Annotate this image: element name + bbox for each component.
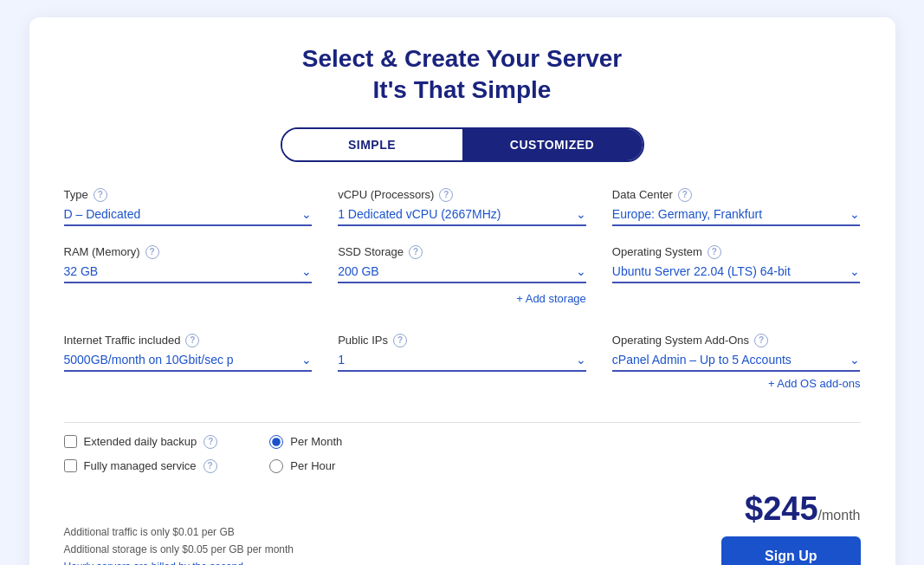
extended-backup-checkbox[interactable]: Extended daily backup ? (64, 435, 218, 449)
price-signup-section: $245/month Sign Up (721, 490, 860, 565)
type-chevron-icon: ⌄ (301, 207, 312, 221)
field-public-ips: Public IPs ? 1 ⌄ (338, 334, 586, 391)
field-datacenter: Data Center ? Europe: Germany, Frankfurt… (612, 188, 861, 226)
title-line2: It's That Simple (373, 76, 552, 103)
os-addons-label: Operating System Add-Ons (612, 334, 749, 347)
options-section: Extended daily backup ? Fully managed se… (64, 435, 861, 473)
note-storage: Additional storage is only $0.05 per GB … (64, 541, 294, 558)
public-ips-value: 1 (338, 353, 576, 367)
field-traffic: Internet Traffic included ? 5000GB/month… (64, 334, 313, 391)
divider (64, 422, 861, 423)
traffic-select[interactable]: 5000GB/month on 10Gbit/sec p ⌄ (64, 353, 313, 372)
ram-help-icon[interactable]: ? (145, 245, 159, 259)
note-traffic: Additional traffic is only $0.01 per GB (64, 523, 294, 541)
os-addons-select[interactable]: cPanel Admin – Up to 5 Accounts ⌄ (612, 353, 861, 372)
os-value: Ubuntu Server 22.04 (LTS) 64-bit (612, 264, 850, 278)
type-value: D – Dedicated (64, 207, 302, 221)
traffic-label: Internet Traffic included (64, 334, 181, 347)
vcpu-label: vCPU (Processors) (338, 188, 434, 201)
per-month-input[interactable] (269, 435, 283, 449)
title-line1: Select & Create Your Server (302, 45, 622, 72)
vcpu-help-icon[interactable]: ? (439, 188, 453, 202)
main-container: Select & Create Your Server It's That Si… (29, 17, 895, 565)
ssd-select[interactable]: 200 GB ⌄ (338, 264, 586, 283)
public-ips-label: Public IPs (338, 334, 388, 347)
type-help-icon[interactable]: ? (94, 188, 107, 202)
extended-backup-label: Extended daily backup (84, 435, 197, 448)
note-hourly: Hourly servers are billed by the second (64, 558, 294, 565)
field-ram: RAM (Memory) ? 32 GB ⌄ (64, 245, 313, 315)
fully-managed-help-icon[interactable]: ? (204, 459, 217, 473)
ram-select[interactable]: 32 GB ⌄ (64, 264, 313, 283)
os-label: Operating System (612, 245, 702, 258)
field-ssd: SSD Storage ? 200 GB ⌄ + Add storage (338, 245, 586, 315)
per-hour-input[interactable] (269, 459, 283, 473)
ram-chevron-icon: ⌄ (301, 264, 312, 278)
traffic-value: 5000GB/month on 10Gbit/sec p (64, 353, 302, 367)
tab-row: SIMPLE CUSTOMIZED (64, 127, 861, 162)
price-amount: $245 (745, 490, 818, 527)
datacenter-value: Europe: Germany, Frankfurt (612, 207, 850, 221)
os-select[interactable]: Ubuntu Server 22.04 (LTS) 64-bit ⌄ (612, 264, 861, 283)
type-select[interactable]: D – Dedicated ⌄ (64, 207, 313, 226)
os-help-icon[interactable]: ? (708, 245, 721, 259)
per-hour-label: Per Hour (290, 459, 335, 472)
fully-managed-input[interactable] (64, 459, 77, 472)
fully-managed-checkbox[interactable]: Fully managed service ? (64, 459, 218, 473)
ssd-help-icon[interactable]: ? (409, 245, 423, 259)
tab-customized[interactable]: CUSTOMIZED (462, 129, 643, 160)
os-addons-chevron-icon: ⌄ (850, 353, 860, 367)
fully-managed-label: Fully managed service (84, 459, 197, 472)
add-os-addons-link[interactable]: + Add OS add-ons (768, 377, 861, 390)
billing-radio-group: Per Month Per Hour (269, 435, 342, 473)
page-title: Select & Create Your Server It's That Si… (64, 43, 861, 107)
ram-label: RAM (Memory) (64, 245, 140, 258)
fields-grid: Type ? D – Dedicated ⌄ vCPU (Processors)… (64, 188, 861, 410)
ram-value: 32 GB (64, 264, 302, 278)
traffic-chevron-icon: ⌄ (301, 353, 312, 367)
datacenter-help-icon[interactable]: ? (678, 188, 692, 202)
field-os-addons: Operating System Add-Ons ? cPanel Admin … (612, 334, 861, 391)
ssd-value: 200 GB (338, 264, 576, 278)
extended-backup-input[interactable] (64, 435, 77, 448)
ssd-chevron-icon: ⌄ (576, 264, 586, 278)
os-addons-help-icon[interactable]: ? (754, 334, 768, 347)
field-vcpu: vCPU (Processors) ? 1 Dedicated vCPU (26… (338, 188, 586, 226)
price-display: $245/month (745, 490, 860, 528)
public-ips-chevron-icon: ⌄ (576, 353, 586, 367)
ssd-label: SSD Storage (338, 245, 404, 258)
datacenter-select[interactable]: Europe: Germany, Frankfurt ⌄ (612, 207, 861, 226)
notes-section: Additional traffic is only $0.01 per GB … (64, 523, 294, 565)
signup-button[interactable]: Sign Up (721, 536, 860, 565)
traffic-help-icon[interactable]: ? (185, 334, 199, 347)
type-label: Type (64, 188, 88, 201)
datacenter-chevron-icon: ⌄ (850, 207, 860, 221)
os-addons-value: cPanel Admin – Up to 5 Accounts (612, 353, 850, 367)
per-month-radio[interactable]: Per Month (269, 435, 342, 449)
bottom-section: Additional traffic is only $0.01 per GB … (64, 490, 861, 565)
os-chevron-icon: ⌄ (850, 264, 860, 278)
extended-backup-help-icon[interactable]: ? (204, 435, 217, 449)
per-month-label: Per Month (290, 435, 342, 448)
datacenter-label: Data Center (612, 188, 673, 201)
public-ips-help-icon[interactable]: ? (393, 334, 407, 347)
vcpu-value: 1 Dedicated vCPU (2667MHz) (338, 207, 576, 221)
vcpu-chevron-icon: ⌄ (576, 207, 586, 221)
field-type: Type ? D – Dedicated ⌄ (64, 188, 313, 226)
public-ips-select[interactable]: 1 ⌄ (338, 353, 586, 372)
tab-simple[interactable]: SIMPLE (282, 129, 462, 160)
price-period: /month (818, 508, 861, 523)
tab-group: SIMPLE CUSTOMIZED (281, 127, 644, 162)
vcpu-select[interactable]: 1 Dedicated vCPU (2667MHz) ⌄ (338, 207, 586, 226)
per-hour-radio[interactable]: Per Hour (269, 459, 342, 473)
field-os: Operating System ? Ubuntu Server 22.04 (… (612, 245, 861, 315)
checkbox-group: Extended daily backup ? Fully managed se… (64, 435, 218, 473)
add-storage-link[interactable]: + Add storage (516, 292, 586, 305)
